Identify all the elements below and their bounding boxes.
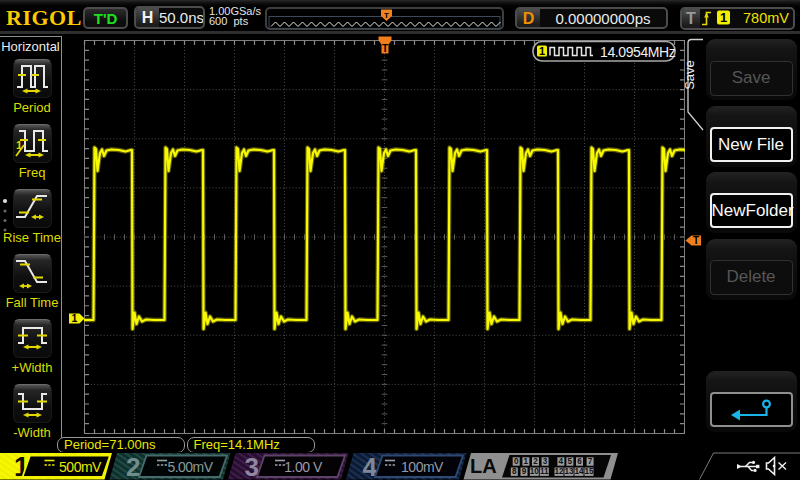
svg-text:100mV: 100mV	[401, 459, 444, 475]
svg-text:500mV: 500mV	[59, 459, 102, 475]
svg-text:1: 1	[72, 312, 78, 324]
svg-text:Save: Save	[685, 60, 697, 90]
svg-text:7: 7	[588, 457, 593, 466]
svg-text:0: 0	[514, 457, 519, 466]
svg-text:13: 13	[564, 467, 574, 476]
svg-text:4: 4	[559, 457, 564, 466]
svg-text:2: 2	[126, 452, 140, 480]
svg-text:780mV: 780mV	[743, 10, 789, 26]
svg-text:6: 6	[577, 457, 582, 466]
svg-text:12: 12	[554, 467, 564, 476]
svg-text:1: 1	[524, 457, 529, 466]
svg-text:LA: LA	[470, 455, 497, 477]
svg-text:1.00 V: 1.00 V	[284, 459, 323, 475]
svg-text:14: 14	[574, 467, 584, 476]
svg-text:8: 8	[512, 467, 517, 476]
svg-text:5.00mV: 5.00mV	[167, 459, 213, 475]
svg-text:1: 1	[720, 10, 727, 25]
svg-text:10: 10	[530, 467, 540, 476]
svg-text:T: T	[693, 235, 699, 246]
svg-text:3: 3	[543, 457, 548, 466]
svg-text:15: 15	[584, 467, 594, 476]
svg-text:T: T	[384, 11, 389, 20]
svg-text:9: 9	[522, 467, 527, 476]
svg-text:T: T	[382, 43, 388, 54]
svg-text:11: 11	[540, 467, 549, 476]
svg-text:2: 2	[533, 457, 538, 466]
svg-text:14.0954MHz: 14.0954MHz	[600, 44, 676, 60]
svg-text:1: 1	[539, 45, 545, 57]
svg-text:5: 5	[568, 457, 573, 466]
